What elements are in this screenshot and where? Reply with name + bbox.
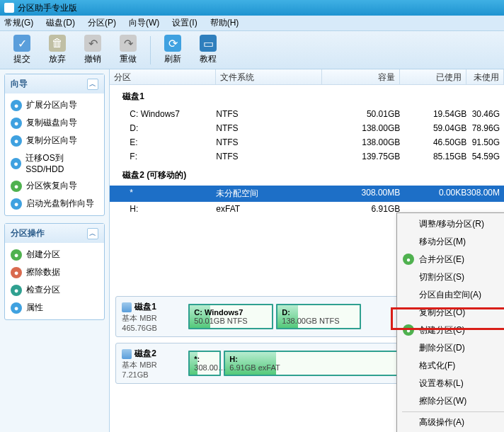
bullet-icon: ●: [11, 135, 22, 147]
partition-block[interactable]: *:308.00…: [188, 351, 221, 376]
ctx-item[interactable]: 设置卷标(L): [399, 375, 504, 392]
item-label: 属性: [26, 302, 43, 314]
ctx-item[interactable]: 擦除分区(W): [399, 392, 504, 410]
menu-label: 复制分区(O): [419, 307, 465, 317]
ctx-item[interactable]: 格式化(F): [399, 357, 504, 375]
discard-button[interactable]: 🗑放弃: [40, 35, 75, 65]
menu-partition[interactable]: 分区(P): [88, 17, 116, 29]
bullet-icon: ●: [11, 285, 22, 296]
bullet-icon: ●: [11, 181, 22, 192]
tutorial-button[interactable]: ▭教程: [190, 35, 226, 65]
item-label: 扩展分区向导: [26, 99, 77, 111]
col-partition[interactable]: 分区: [110, 69, 216, 84]
bullet-icon: ●: [11, 198, 22, 210]
bullet-icon: ●: [11, 118, 22, 129]
submit-button[interactable]: ✓提交: [4, 35, 40, 65]
item-label: 启动光盘制作向导: [26, 198, 94, 210]
menu-label: 切割分区(S): [419, 272, 464, 282]
disk-icon: [122, 349, 132, 359]
item-label: 复制磁盘向导: [26, 117, 77, 129]
bullet-icon: ●: [11, 249, 22, 261]
col-used[interactable]: 已使用: [400, 69, 466, 84]
col-unused[interactable]: 未使用: [466, 69, 504, 84]
item-label: 擦除数据: [26, 266, 60, 278]
wizard-item-3[interactable]: ●迁移OS到SSD/HDD: [6, 149, 103, 177]
refresh-button[interactable]: ⟳刷新: [155, 35, 190, 65]
item-label: 检查分区: [26, 284, 60, 296]
bullet-icon: ●: [11, 100, 22, 111]
col-filesystem[interactable]: 文件系统: [216, 69, 322, 84]
chevron-up-icon[interactable]: ︿: [87, 228, 98, 239]
disk-header: 磁盘2 (可移动的): [110, 164, 504, 186]
menu-label: 调整/移动分区(R): [419, 219, 484, 229]
check-icon: ✓: [13, 35, 30, 52]
menu-label: 高级操作(A): [419, 417, 464, 427]
ops-panel-header[interactable]: 分区操作 ︿: [5, 224, 104, 243]
bullet-icon: ●: [11, 158, 21, 169]
title-bar: 分区助手专业版: [0, 0, 504, 16]
menu-icon: ●: [403, 324, 414, 336]
wizard-item-4[interactable]: ●分区恢复向导: [6, 177, 103, 195]
menu-label: 设置卷标(L): [419, 378, 464, 388]
menu-label: 删除分区(D): [419, 343, 465, 353]
menu-label: 移动分区(M): [419, 237, 466, 246]
table-row[interactable]: C: Windows7NTFS50.01GB19.54GB30.46G: [110, 107, 504, 121]
table-row[interactable]: *未分配空间308.00MB0.00KB308.00M: [110, 186, 504, 202]
redo-button[interactable]: ↷重做: [110, 35, 146, 65]
bullet-icon: ●: [11, 267, 22, 278]
menu-settings[interactable]: 设置(I): [172, 17, 197, 29]
redo-icon: ↷: [120, 35, 137, 52]
app-icon: [4, 3, 14, 13]
menu-bar: 常规(G) 磁盘(D) 分区(P) 向导(W) 设置(I) 帮助(H): [0, 16, 504, 31]
toolbar: ✓提交 🗑放弃 ↶撤销 ↷重做 ⟳刷新 ▭教程: [0, 31, 504, 69]
ctx-item[interactable]: ●创建分区(C): [399, 322, 504, 339]
ctx-item[interactable]: ●合并分区(E): [399, 251, 504, 268]
ops-item-2[interactable]: ●检查分区: [6, 281, 103, 299]
wizard-item-0[interactable]: ●扩展分区向导: [6, 96, 103, 114]
menu-help[interactable]: 帮助(H): [210, 17, 239, 29]
menu-disk[interactable]: 磁盘(D): [46, 17, 75, 29]
bag-icon: 🗑: [49, 35, 66, 52]
partition-block[interactable]: C: Windows750.01GB NTFS: [188, 304, 273, 329]
grid-body: 磁盘1C: Windows7NTFS50.01GB19.54GB30.46GD:…: [110, 85, 504, 216]
wizard-panel-header[interactable]: 向导 ︿: [5, 74, 104, 93]
item-label: 复制分区向导: [26, 135, 77, 147]
disk-header: 磁盘1: [110, 85, 504, 107]
undo-button[interactable]: ↶撤销: [75, 35, 110, 65]
table-row[interactable]: D:NTFS138.00GB59.04GB78.96G: [110, 121, 504, 135]
disk-icon: [122, 302, 132, 312]
ops-item-0[interactable]: ●创建分区: [6, 246, 103, 263]
toolbar-separator: [150, 36, 151, 64]
ctx-item[interactable]: 高级操作(A)▶: [399, 414, 504, 431]
chevron-up-icon[interactable]: ︿: [87, 79, 98, 90]
ops-item-3[interactable]: ●属性: [6, 299, 103, 317]
item-label: 分区恢复向导: [26, 180, 77, 192]
item-label: 迁移OS到SSD/HDD: [25, 152, 98, 174]
table-row[interactable]: F:NTFS139.75GB85.15GB54.59G: [110, 149, 504, 164]
undo-icon: ↶: [84, 35, 101, 52]
ctx-item[interactable]: 分区自由空间(A): [399, 286, 504, 304]
ctx-item[interactable]: 复制分区(O): [399, 304, 504, 322]
ops-panel: 分区操作 ︿ ●创建分区●擦除数据●检查分区●属性: [4, 223, 105, 320]
ctx-item[interactable]: 删除分区(D): [399, 339, 504, 357]
grid-header: 分区 文件系统 容量 已使用 未使用: [110, 69, 504, 85]
ops-item-1[interactable]: ●擦除数据: [6, 263, 103, 281]
wizard-item-1[interactable]: ●复制磁盘向导: [6, 114, 103, 132]
book-icon: ▭: [200, 35, 217, 52]
ctx-item[interactable]: 切割分区(S): [399, 268, 504, 286]
menu-label: 创建分区(C): [419, 325, 465, 335]
wizard-item-2[interactable]: ●复制分区向导: [6, 132, 103, 149]
item-label: 创建分区: [26, 249, 60, 261]
menu-wizard[interactable]: 向导(W): [129, 17, 159, 29]
wizard-item-5[interactable]: ●启动光盘制作向导: [6, 195, 103, 212]
diskmap-2-label: 磁盘2 基本 MBR 7.21GB: [119, 346, 184, 380]
menu-icon: ●: [403, 254, 414, 265]
ctx-item[interactable]: 调整/移动分区(R): [399, 215, 504, 233]
partition-block[interactable]: D:138.00GB NTFS: [276, 304, 361, 329]
menu-general[interactable]: 常规(G): [4, 17, 33, 29]
ctx-item[interactable]: 移动分区(M): [399, 233, 504, 251]
menu-label: 分区自由空间(A): [419, 290, 481, 300]
sidebar: 向导 ︿ ●扩展分区向导●复制磁盘向导●复制分区向导●迁移OS到SSD/HDD●…: [0, 69, 110, 432]
table-row[interactable]: E:NTFS138.00GB46.50GB91.50G: [110, 135, 504, 149]
col-capacity[interactable]: 容量: [322, 69, 400, 84]
